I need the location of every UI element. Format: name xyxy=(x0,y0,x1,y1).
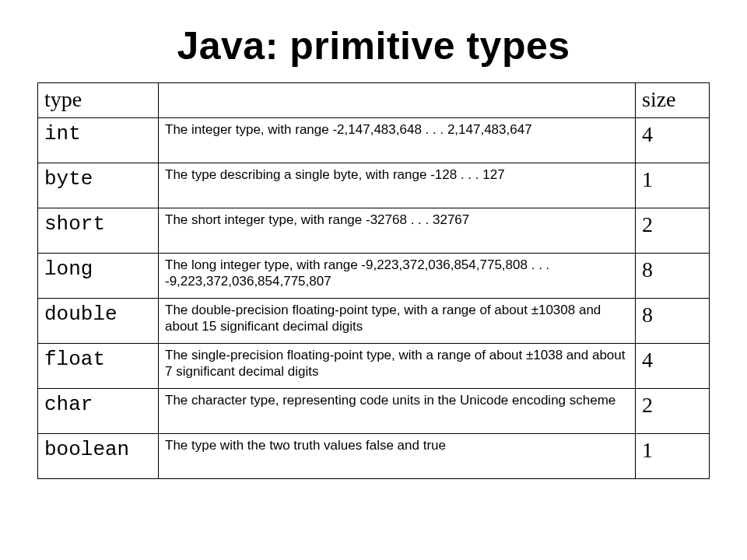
table-row: short The short integer type, with range… xyxy=(38,208,710,253)
primitive-types-table: type size int The integer type, with ran… xyxy=(37,82,710,479)
table-row: double The double-precision floating-poi… xyxy=(38,298,710,343)
table-row: char The character type, representing co… xyxy=(38,388,710,433)
table-header-row: type size xyxy=(38,83,710,118)
cell-type: short xyxy=(38,208,159,253)
cell-desc: The integer type, with range -2,147,483,… xyxy=(159,117,636,163)
table-row: int The integer type, with range -2,147,… xyxy=(38,117,710,163)
cell-size: 1 xyxy=(636,433,710,478)
cell-type: double xyxy=(38,298,159,343)
cell-type: int xyxy=(38,117,159,163)
cell-desc: The short integer type, with range -3276… xyxy=(159,208,636,253)
page-title: Java: primitive types xyxy=(37,23,710,68)
cell-size: 4 xyxy=(636,343,710,388)
cell-size: 2 xyxy=(636,388,710,433)
table-row: float The single-precision floating-poin… xyxy=(38,343,710,388)
cell-desc: The type describing a single byte, with … xyxy=(159,163,636,208)
table-row: boolean The type with the two truth valu… xyxy=(38,433,710,478)
cell-desc: The single-precision floating-point type… xyxy=(159,343,636,388)
cell-desc: The character type, representing code un… xyxy=(159,388,636,433)
cell-type: boolean xyxy=(38,433,159,478)
cell-size: 8 xyxy=(636,253,710,298)
cell-desc: The type with the two truth values false… xyxy=(159,433,636,478)
header-size: size xyxy=(636,83,710,118)
cell-size: 4 xyxy=(636,117,710,163)
cell-size: 1 xyxy=(636,163,710,208)
cell-type: float xyxy=(38,343,159,388)
slide: Java: primitive types type size int The … xyxy=(0,0,747,560)
header-description xyxy=(159,83,636,118)
header-type: type xyxy=(38,83,159,118)
cell-size: 2 xyxy=(636,208,710,253)
cell-desc: The long integer type, with range -9,223… xyxy=(159,253,636,298)
cell-type: char xyxy=(38,388,159,433)
cell-type: long xyxy=(38,253,159,298)
cell-size: 8 xyxy=(636,298,710,343)
table-row: long The long integer type, with range -… xyxy=(38,253,710,298)
cell-desc: The double-precision floating-point type… xyxy=(159,298,636,343)
table-row: byte The type describing a single byte, … xyxy=(38,163,710,208)
cell-type: byte xyxy=(38,163,159,208)
